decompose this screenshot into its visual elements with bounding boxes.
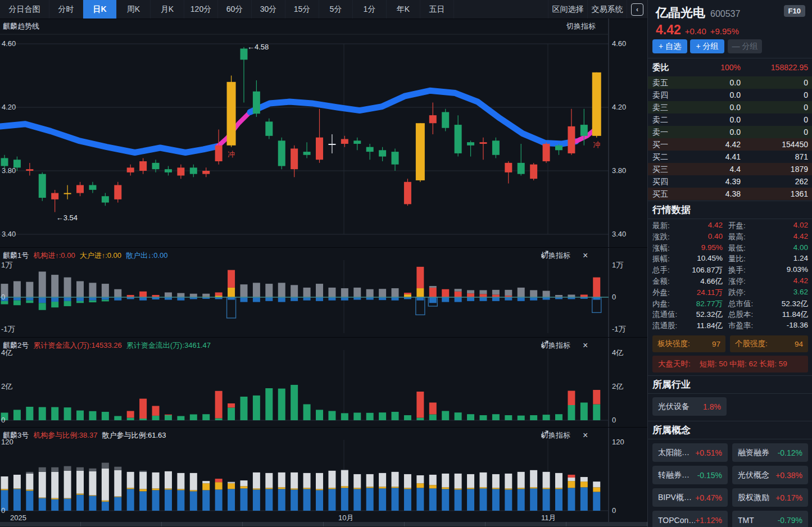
range-select-button[interactable]: 区间选择 [548, 0, 587, 19]
svg-text:11月: 11月 [541, 514, 556, 522]
collapse-panel-button[interactable]: ‹ [627, 0, 647, 19]
tag-name: TOPCon… [658, 516, 695, 525]
market-data-row: 涨幅:9.95%最低:4.00 [648, 243, 812, 255]
tag-change: +1.12% [695, 516, 722, 525]
market-label: 量比: [728, 254, 746, 264]
concept-tag[interactable]: BIPV概…+0.47% [652, 488, 728, 507]
concept-tag[interactable]: 融资融券-0.12% [732, 443, 808, 462]
svg-text:-1万: -1万 [1, 325, 15, 333]
toolbar-tab-11[interactable]: 年K [387, 0, 420, 19]
legend-item: 累计资金流入(万):14533.26 [33, 340, 122, 351]
remove-group-button[interactable]: — 分组 [728, 39, 762, 53]
toolbar-tab-8[interactable]: 15分 [285, 0, 319, 19]
ask-row-4[interactable]: 卖四0.00 [648, 89, 812, 101]
toolbar: 分日合图分时日K周K月K120分60分30分15分5分1分年K五日 区间选择 交… [0, 0, 647, 19]
toolbar-tab-3[interactable]: 周K [117, 0, 151, 19]
legend-item: 散户出↓:0.00 [126, 251, 167, 261]
scrollbar-segment[interactable] [243, 522, 324, 526]
close-icon[interactable]: × [583, 341, 588, 350]
bid-row-3[interactable]: 买三4.41879 [648, 163, 812, 175]
ask-label: 卖五 [652, 78, 668, 88]
industry-header: 所属行业 [652, 378, 691, 391]
legend-item: 机构进↑:0.00 [33, 251, 75, 261]
close-icon[interactable]: × [583, 251, 588, 260]
bid-row-1[interactable]: 买一4.42154450 [648, 138, 812, 151]
scrollbar-segment[interactable] [162, 522, 243, 526]
main-chart-canvas[interactable]: 4.604.604.204.203.803.803.403.40←4.58←3.… [0, 19, 647, 247]
market-value: 82.77万 [696, 299, 723, 309]
trade-system-button[interactable]: 交易系统 [587, 0, 627, 19]
market-timing-box: 大盘天时: 短期: 50 中期: 62 长期: 59 [652, 356, 808, 372]
concepts-header: 所属概念 [652, 424, 691, 437]
scrollbar-segment[interactable] [81, 522, 162, 526]
participation-canvas[interactable]: 12012000202510月11月 [0, 428, 647, 523]
toolbar-right: 区间选择 交易系统 ‹ [548, 0, 647, 19]
flow2-canvas[interactable]: 4亿4亿2亿2亿00 [0, 338, 647, 428]
industry-tag[interactable]: 光伏设备1.8% [652, 397, 727, 416]
participation-panel: 麒麟3号机构参与比例:38.37散户参与比例:61.63 切换指标 × 1201… [0, 427, 647, 523]
close-icon[interactable]: × [583, 431, 588, 440]
toolbar-tab-0[interactable]: 分日合图 [0, 0, 49, 19]
weibi-value: 158822.95 [771, 63, 808, 72]
bid-row-2[interactable]: 买二4.41871 [648, 151, 812, 163]
bid-row-5[interactable]: 买五4.381361 [648, 188, 812, 200]
bid-label: 买三 [652, 165, 668, 175]
tag-name: BIPV概… [658, 493, 692, 503]
bid-row-4[interactable]: 买四4.39262 [648, 175, 812, 188]
concept-tag[interactable]: 转融券…-0.15% [652, 466, 728, 484]
toolbar-tab-12[interactable]: 五日 [420, 0, 454, 19]
market-data-row: 总手:106.87万换手:9.03% [648, 265, 812, 276]
market-value: 106.87万 [692, 265, 723, 275]
svg-text:4.60: 4.60 [2, 39, 16, 48]
market-label: 最低: [728, 243, 746, 253]
ask-label: 卖四 [652, 90, 668, 101]
market-label: 金额: [652, 276, 670, 287]
svg-text:4亿: 4亿 [612, 348, 623, 357]
toolbar-tab-10[interactable]: 1分 [353, 0, 387, 19]
concept-tag[interactable]: TOPCon…+1.12% [652, 511, 728, 527]
tag-name: 光伏设备 [658, 402, 689, 412]
market-value: 1.24 [793, 254, 808, 262]
toolbar-tab-9[interactable]: 5分 [319, 0, 353, 19]
scrollbar-segment[interactable] [405, 522, 486, 526]
concept-tag[interactable]: 股权激励+0.17% [732, 488, 808, 507]
add-watchlist-button[interactable]: + 自选 [652, 39, 687, 53]
market-data-header: 行情数据 [652, 203, 691, 216]
market-label: 总股本: [728, 310, 753, 320]
sector-strength-label: 板块强度: [657, 339, 690, 349]
market-value: 11.84亿 [782, 310, 808, 320]
main-chart-title: 麒麟趋势线 [3, 21, 39, 31]
scrollbar-segment[interactable] [486, 522, 566, 526]
toolbar-tab-5[interactable]: 120分 [184, 0, 218, 19]
ask-row-5[interactable]: 卖五0.00 [648, 76, 812, 89]
last-price: 4.42 [656, 22, 681, 37]
toolbar-tab-2[interactable]: 日K [83, 0, 117, 19]
scrollbar-segment[interactable] [566, 522, 647, 526]
concept-tag[interactable]: 光伏概念+0.38% [732, 466, 808, 484]
toolbar-tab-1[interactable]: 分时 [49, 0, 83, 19]
scrollbar-segment[interactable] [324, 522, 405, 526]
tag-name: 融资融券 [738, 448, 769, 458]
concept-tag[interactable]: 太阳能…+0.51% [652, 443, 728, 462]
tag-name: 转融券… [658, 470, 689, 480]
ask-row-3[interactable]: 卖三0.00 [648, 101, 812, 113]
scrollbar-segment[interactable] [0, 522, 81, 526]
toolbar-tab-4[interactable]: 月K [151, 0, 184, 19]
svg-text:1万: 1万 [1, 261, 12, 269]
toolbar-tab-6[interactable]: 60分 [218, 0, 252, 19]
chart-scrollbar[interactable] [0, 522, 647, 526]
f10-button[interactable]: F10 [784, 5, 805, 17]
bid-price: 4.38 [725, 189, 741, 198]
concept-tag[interactable]: TMT-0.79% [732, 511, 808, 527]
ask-row-1[interactable]: 卖一0.00 [648, 126, 812, 138]
svg-text:0: 0 [1, 506, 5, 515]
ask-row-2[interactable]: 卖二0.00 [648, 113, 812, 126]
market-data-row: 最新:4.42开盘:4.02 [648, 221, 812, 232]
toolbar-tab-7[interactable]: 30分 [252, 0, 285, 19]
flow1-canvas[interactable]: 1万1万00-1万-1万 [0, 248, 647, 338]
switch-indicator-main[interactable]: 切换指标 [566, 21, 596, 31]
svg-text:←4.58: ←4.58 [247, 43, 269, 51]
add-group-button[interactable]: + 分组 [690, 39, 724, 53]
tag-change: +0.51% [695, 448, 722, 457]
bid-price: 4.4 [730, 165, 741, 174]
